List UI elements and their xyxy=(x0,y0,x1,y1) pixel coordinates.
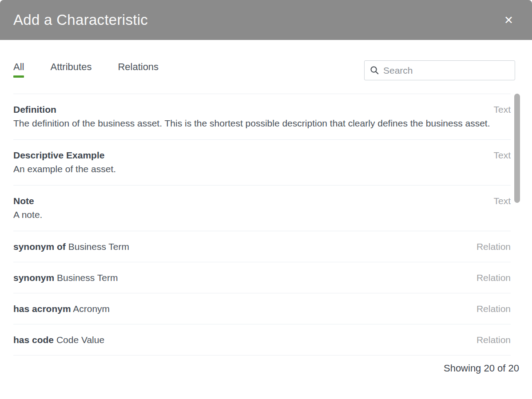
characteristic-type-badge: Text xyxy=(493,195,511,207)
scrollbar-thumb[interactable] xyxy=(514,94,520,203)
list-item[interactable]: Definition Text The definition of the bu… xyxy=(13,94,511,140)
characteristic-name: Definition xyxy=(13,103,56,116)
relation-target-type: Code Value xyxy=(56,335,104,345)
list-item[interactable]: Descriptive Example Text An example of t… xyxy=(13,140,511,186)
characteristic-type-badge: Relation xyxy=(476,241,511,253)
characteristic-type-badge: Relation xyxy=(476,303,511,315)
list-item[interactable]: has code Code Value Relation xyxy=(13,324,511,356)
search-box[interactable] xyxy=(364,60,515,80)
tab-attributes-label: Attributes xyxy=(50,61,91,72)
characteristic-type-badge: Text xyxy=(493,149,511,162)
active-tab-indicator xyxy=(13,75,24,78)
close-button[interactable]: ✕ xyxy=(500,12,517,28)
tab-relations-label: Relations xyxy=(118,61,159,72)
characteristic-name: Note xyxy=(13,195,34,207)
list-item[interactable]: synonym Business Term Relation xyxy=(13,262,511,293)
relation-role: synonym xyxy=(13,273,54,283)
list-item[interactable]: Note Text A note. xyxy=(13,186,511,231)
characteristic-description: An example of the asset. xyxy=(13,162,497,176)
characteristic-name: Descriptive Example xyxy=(13,149,104,162)
relation-target-type: Business Term xyxy=(68,241,129,252)
characteristic-description: The definition of the business asset. Th… xyxy=(13,117,497,130)
list-item[interactable]: has acronym Acronym Relation xyxy=(13,293,511,324)
tab-all[interactable]: All xyxy=(13,61,24,78)
search-input[interactable] xyxy=(383,65,509,76)
relation-role: has code xyxy=(13,335,54,345)
characteristic-type-badge: Text xyxy=(493,103,511,116)
search-icon xyxy=(370,66,379,75)
tab-all-label: All xyxy=(13,61,24,72)
characteristic-type-badge: Relation xyxy=(476,272,511,284)
relation-role: has acronym xyxy=(13,304,71,314)
list-item[interactable]: synonym of Business Term Relation xyxy=(13,231,511,262)
toolbar: All Attributes Relations xyxy=(0,60,532,80)
tab-attributes[interactable]: Attributes xyxy=(50,61,91,78)
close-icon: ✕ xyxy=(504,14,513,26)
result-count: Showing 20 of 20 xyxy=(13,363,519,374)
relation-role: synonym of xyxy=(13,241,66,252)
characteristic-type-badge: Relation xyxy=(476,334,511,346)
dialog-title: Add a Characteristic xyxy=(13,12,148,28)
relation-target-type: Business Term xyxy=(57,273,118,283)
relation-target-type: Acronym xyxy=(73,304,110,314)
tab-bar: All Attributes Relations xyxy=(13,60,185,78)
characteristic-description: A note. xyxy=(13,208,497,221)
tab-relations[interactable]: Relations xyxy=(118,61,159,78)
characteristic-list: Definition Text The definition of the bu… xyxy=(13,94,511,356)
add-characteristic-dialog: Add a Characteristic ✕ All Attributes Re… xyxy=(0,0,532,374)
dialog-header: Add a Characteristic ✕ xyxy=(0,0,532,40)
